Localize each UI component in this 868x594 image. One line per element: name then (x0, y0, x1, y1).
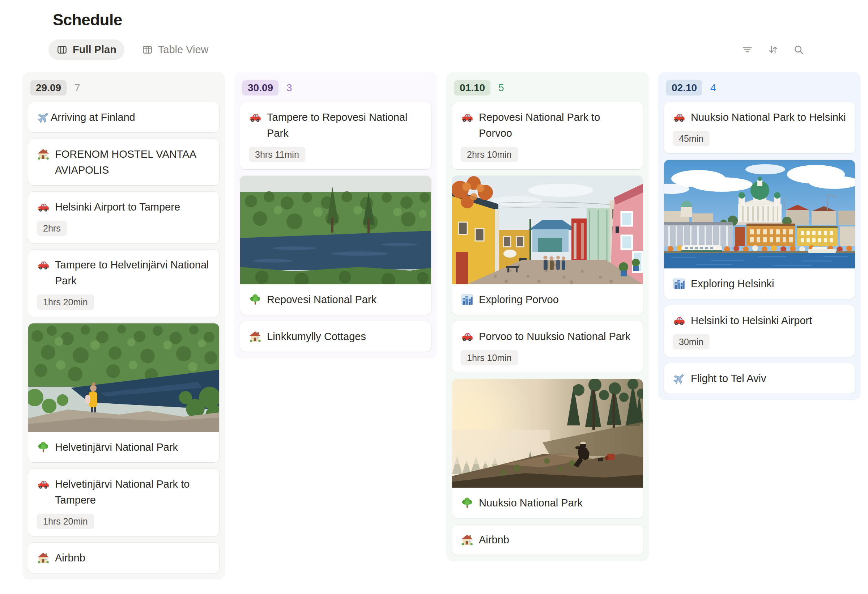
card-title: Tampere to Helvetinjärvi National Park (55, 257, 211, 289)
board-column-02-10: 02.104Nuuksio National Park to Helsinki4… (658, 72, 861, 400)
helsinki-photo (664, 160, 855, 269)
house-emoji-icon (249, 330, 261, 343)
board-icon (56, 44, 68, 55)
duration-badge: 45min (673, 131, 710, 146)
repovesi-photo (240, 176, 431, 284)
column-count: 7 (74, 82, 80, 94)
tab-label: Full Plan (73, 44, 117, 56)
card-title: Exploring Helsinki (691, 276, 774, 291)
card-helsinki-to-helsinki-airport[interactable]: Helsinki to Helsinki Airport30min (664, 305, 855, 357)
duration-badge: 30min (673, 334, 710, 349)
tab-table-view[interactable]: Table View (134, 40, 217, 60)
car-emoji-icon (37, 478, 50, 491)
page-header: Schedule Full PlanTable View (0, 0, 868, 61)
card-title: Tampere to Repovesi National Park (267, 109, 422, 141)
car-emoji-icon (37, 259, 50, 271)
card-helvetinj-rvi-national-park[interactable]: Helvetinjärvi National Park (28, 324, 219, 462)
card-nuuksio-national-park-to-helsinki[interactable]: Nuuksio National Park to Helsinki45min (664, 102, 855, 154)
column-header: 01.105 (452, 79, 643, 96)
card-title: Linkkumylly Cottages (267, 328, 366, 344)
filter-icon[interactable] (741, 44, 753, 56)
table-icon (142, 44, 153, 55)
card-title: Helvetinjärvi National Park to Tampere (55, 476, 211, 508)
board-column-29-09: 29.097Arriving at FinlandFORENOM HOSTEL … (22, 72, 225, 579)
column-date-badge: 02.10 (666, 80, 703, 96)
search-icon[interactable] (793, 44, 805, 56)
porvoo-photo (452, 176, 643, 284)
card-airbnb[interactable]: Airbnb (452, 525, 643, 555)
card-helvetinj-rvi-national-park-to-tampere[interactable]: Helvetinjärvi National Park to Tampere1h… (28, 469, 219, 536)
house-emoji-icon (461, 533, 474, 546)
tab-full-plan[interactable]: Full Plan (49, 40, 124, 60)
column-date-badge: 30.09 (242, 80, 279, 96)
board: 29.097Arriving at FinlandFORENOM HOSTEL … (0, 72, 868, 579)
card-title: Nuuksio National Park (479, 495, 583, 511)
column-header: 02.104 (664, 79, 855, 96)
column-date-badge: 01.10 (454, 80, 490, 96)
card-title: Helsinki to Helsinki Airport (691, 313, 812, 328)
card-exploring-porvoo[interactable]: Exploring Porvoo (452, 176, 643, 315)
column-header: 30.093 (240, 79, 431, 96)
card-title: Arriving at Finland (51, 109, 135, 125)
page-title: Schedule (53, 11, 868, 29)
helvetinjarvi-photo (28, 324, 219, 432)
city-emoji-icon (673, 278, 685, 290)
tree-emoji-icon (37, 441, 50, 454)
board-column-01-10: 01.105Repovesi National Park to Porvoo2h… (446, 72, 649, 561)
car-emoji-icon (37, 201, 50, 213)
card-title: Repovesi National Park to Porvoo (479, 109, 634, 141)
card-linkkumylly-cottages[interactable]: Linkkumylly Cottages (240, 321, 431, 352)
tab-label: Table View (158, 44, 209, 56)
duration-badge: 3hrs 11min (249, 147, 305, 162)
card-repovesi-national-park[interactable]: Repovesi National Park (240, 176, 431, 315)
card-airbnb[interactable]: Airbnb (28, 542, 219, 573)
tree-emoji-icon (249, 293, 261, 306)
car-emoji-icon (461, 330, 474, 343)
duration-badge: 1hrs 20min (37, 294, 94, 310)
card-flight-to-tel-aviv[interactable]: Flight to Tel Aviv (664, 363, 855, 394)
sort-icon[interactable] (767, 44, 779, 56)
car-emoji-icon (249, 111, 261, 124)
car-emoji-icon (461, 111, 474, 124)
card-title: Helvetinjärvi National Park (55, 439, 178, 455)
tree-emoji-icon (461, 497, 474, 509)
duration-badge: 2hrs (37, 221, 67, 236)
car-emoji-icon (673, 111, 685, 124)
card-title: Exploring Porvoo (479, 291, 559, 307)
toolbar-actions (741, 44, 805, 56)
car-emoji-icon (673, 314, 685, 327)
card-forenom-hostel-vantaa-aviapolis[interactable]: FORENOM HOSTEL VANTAA AVIAPOLIS (28, 139, 219, 185)
card-title: FORENOM HOSTEL VANTAA AVIAPOLIS (55, 146, 211, 178)
card-title: Airbnb (479, 532, 509, 548)
card-tampere-to-repovesi-national-park[interactable]: Tampere to Repovesi National Park3hrs 11… (240, 102, 431, 169)
board-column-30-09: 30.093Tampere to Repovesi National Park3… (234, 72, 437, 358)
card-helsinki-airport-to-tampere[interactable]: Helsinki Airport to Tampere2hrs (28, 192, 219, 243)
card-repovesi-national-park-to-porvoo[interactable]: Repovesi National Park to Porvoo2hrs 10m… (452, 102, 643, 169)
toolbar: Full PlanTable View (0, 38, 868, 61)
view-tabs: Full PlanTable View (49, 40, 217, 60)
nuuksio-photo (452, 379, 643, 488)
card-title: Repovesi National Park (267, 291, 376, 307)
plane-emoji-icon (673, 372, 685, 385)
duration-badge: 1hrs 20min (37, 514, 94, 529)
house-emoji-icon (37, 148, 50, 161)
card-title: Flight to Tel Aviv (691, 371, 766, 386)
column-header: 29.097 (28, 79, 219, 96)
duration-badge: 1hrs 10min (461, 350, 518, 365)
card-title: Airbnb (55, 550, 86, 566)
card-title: Nuuksio National Park to Helsinki (691, 109, 846, 125)
card-arriving-at-finland[interactable]: Arriving at Finland (28, 102, 219, 132)
card-nuuksio-national-park[interactable]: Nuuksio National Park (452, 379, 643, 518)
column-date-badge: 29.09 (30, 80, 66, 96)
duration-badge: 2hrs 10min (461, 147, 518, 162)
column-count: 3 (286, 82, 292, 94)
column-count: 5 (498, 82, 504, 94)
card-exploring-helsinki[interactable]: Exploring Helsinki (664, 160, 855, 299)
city-emoji-icon (461, 293, 474, 306)
house-emoji-icon (37, 552, 50, 564)
plane-emoji-icon (37, 111, 50, 124)
card-porvoo-to-nuuksio-national-park[interactable]: Porvoo to Nuuksio National Park1hrs 10mi… (452, 321, 643, 372)
card-tampere-to-helvetinj-rvi-national-park[interactable]: Tampere to Helvetinjärvi National Park1h… (28, 250, 219, 317)
card-title: Helsinki Airport to Tampere (55, 199, 180, 215)
card-title: Porvoo to Nuuksio National Park (479, 328, 630, 344)
